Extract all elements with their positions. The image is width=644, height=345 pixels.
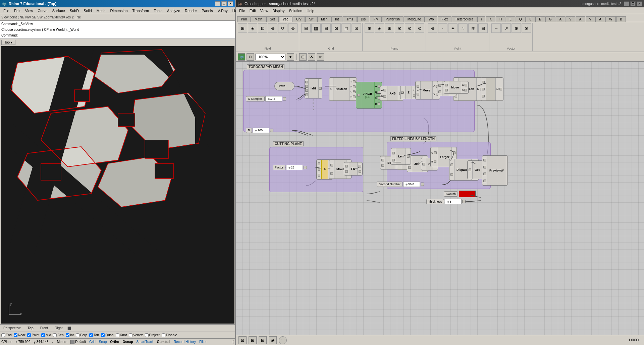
snap-disable-checkbox[interactable] <box>162 333 165 337</box>
gh-bottom-btn-3[interactable]: ⊟ <box>259 336 267 344</box>
dispatch-l-port[interactable] <box>450 163 453 166</box>
gh-canvas-btn-rhino[interactable]: 🦏 <box>238 53 245 61</box>
gh-menu-display[interactable]: Display <box>270 8 286 13</box>
snap-cen-checkbox[interactable] <box>53 333 57 337</box>
ribbon-field-btn-5[interactable]: ⟳ <box>278 23 287 33</box>
gh-tab-v1[interactable]: V <box>566 16 575 22</box>
larger-c-port[interactable] <box>434 151 437 154</box>
gh-node-move3[interactable]: Move G X <box>444 81 469 94</box>
previeww-t-port[interactable] <box>483 172 486 175</box>
gh-tab-a1[interactable]: A <box>556 16 566 22</box>
previeww-g-port[interactable] <box>483 159 486 161</box>
view-btn-right[interactable]: Right <box>53 326 64 330</box>
len-l-port[interactable] <box>392 159 395 161</box>
rhino-menu-edit[interactable]: Edit <box>12 8 22 13</box>
snap-vertex-checkbox[interactable] <box>129 333 132 337</box>
gh-node-b-value[interactable]: B ◆ 200 <box>246 128 273 133</box>
img-port-y[interactable] <box>305 93 308 96</box>
axb-b-port[interactable] <box>383 95 386 98</box>
previeww-s-port[interactable] <box>483 166 486 168</box>
gh-tab-0[interactable]: 0 <box>526 16 535 22</box>
gh-canvas-btn-zoom-dropdown[interactable]: ▾ <box>287 53 294 61</box>
xyz-y-port[interactable] <box>318 168 320 171</box>
gh-node-swatch[interactable]: Swatch <box>444 191 476 197</box>
ribbon-grid-btn-1[interactable]: ⊞ <box>301 23 311 33</box>
z-in-port[interactable] <box>401 91 404 94</box>
re-m-port[interactable] <box>499 88 502 90</box>
ribbon-grid-btn-2[interactable]: ▦ <box>311 23 321 33</box>
gh-close-button[interactable]: ✕ <box>637 1 642 6</box>
ribbon-plane-btn-4[interactable]: ⊗ <box>395 23 404 33</box>
rhino-menu-vray[interactable]: V-Ray <box>216 8 230 13</box>
gh-bottom-btn-4[interactable]: ◉ <box>269 336 277 344</box>
rhino-menu-dimension[interactable]: Dimension <box>108 8 130 13</box>
gh-tab-math[interactable]: Math <box>251 16 266 22</box>
gh-node-thickness[interactable]: Thickness ◆ 3 <box>426 199 466 204</box>
gh-tab-w[interactable]: W <box>605 16 616 22</box>
gh-menu-file[interactable]: File <box>237 8 247 13</box>
img-port-f[interactable] <box>305 81 308 83</box>
gh-node-demesh[interactable]: M DeMesh V F C N <box>329 77 357 101</box>
rhino-menu-curve[interactable]: Curve <box>36 8 49 13</box>
gh-tab-h[interactable]: H <box>496 16 505 22</box>
ribbon-grid-btn-4[interactable]: ⊠ <box>331 23 341 33</box>
rhino-menu-tools[interactable]: Tools <box>152 8 164 13</box>
gh-tab-msh[interactable]: Msh <box>317 16 331 22</box>
gh-tab-e[interactable]: E <box>535 16 545 22</box>
gh-bottom-btn-2[interactable]: ⊞ <box>249 336 257 344</box>
gh-node-path[interactable]: Path <box>274 82 294 90</box>
gh-canvas-btn-toggle[interactable]: ⊡ <box>247 53 254 61</box>
gh-tab-v2[interactable]: V <box>586 16 595 22</box>
gh-bottom-btn-1[interactable]: ⊡ <box>238 336 247 344</box>
gh-tab-a2[interactable]: A <box>576 16 585 22</box>
thickness-value[interactable]: ◆ 3 <box>445 199 462 204</box>
move1-g-port[interactable] <box>417 85 419 88</box>
xyz-z-port[interactable] <box>318 174 320 177</box>
factor-output-port[interactable] <box>304 166 307 169</box>
ribbon-point-btn-6[interactable]: ⊞ <box>478 23 488 33</box>
gh-tab-heteroptera[interactable]: Heteroptera <box>452 16 477 22</box>
demesh-c-port[interactable] <box>353 90 356 93</box>
status-grid[interactable]: Grid <box>89 340 96 344</box>
rhino-menu-file[interactable]: File <box>1 8 11 13</box>
view-btn-front[interactable]: Front <box>38 326 50 330</box>
gh-canvas[interactable]: TOPOGRAPHY MESH CUTTING PLANE FILTER LIN… <box>236 62 644 335</box>
gh-tab-int[interactable]: Int <box>331 16 342 22</box>
gh-tab-l[interactable]: L <box>506 16 515 22</box>
gh-tab-flex[interactable]: Flex <box>438 16 451 22</box>
larger-gt-port[interactable] <box>453 151 455 154</box>
rhino-viewport-label[interactable]: Top ▾ <box>1 40 15 45</box>
fn-z-port[interactable] <box>345 170 348 173</box>
fn-v-port[interactable] <box>359 165 361 167</box>
gh-canvas-btn-eye[interactable]: 👁 <box>308 53 315 61</box>
c2-in-port[interactable] <box>422 163 425 165</box>
gh-tab-srf[interactable]: Srf <box>305 16 317 22</box>
view-btn-perspective[interactable]: Perspective <box>1 326 23 330</box>
gh-zoom-select[interactable]: 100% 75% 50% 150% <box>255 54 285 60</box>
xyz-x-port[interactable] <box>318 162 320 165</box>
move3-t-port[interactable] <box>445 89 448 91</box>
gh-node-second-number[interactable]: Second Number ◆ 56.0 <box>377 182 424 187</box>
gh-tab-mosquito[interactable]: Mosquito <box>404 16 425 22</box>
re-c-port[interactable] <box>482 95 485 97</box>
rhino-minimize-button[interactable]: ─ <box>215 1 220 6</box>
gh-tab-trns[interactable]: Trns <box>343 16 357 22</box>
len-out-port[interactable] <box>407 155 410 158</box>
img-port-x[interactable] <box>305 89 308 92</box>
gh-node-move1[interactable]: Move G X <box>415 81 440 99</box>
status-snap[interactable]: Snap <box>99 340 107 344</box>
ribbon-plane-btn-5[interactable]: ⊘ <box>405 23 414 33</box>
ribbon-plane-btn-2[interactable]: ◈ <box>375 23 384 33</box>
gh-node-factor[interactable]: Factor ◆ 26 <box>273 165 307 170</box>
ribbon-point-btn-1[interactable]: ⊕ <box>428 23 437 33</box>
gh-node-right-extra[interactable]: M <box>481 77 503 101</box>
ribbon-vector-btn-1[interactable]: → <box>491 23 501 33</box>
b-value-box[interactable]: ◆ 200 <box>253 128 269 133</box>
gh-node-x-samples[interactable]: X Samples 512 ◆ <box>246 96 286 101</box>
snap-knot-checkbox[interactable] <box>116 333 119 337</box>
move3-x-out-port[interactable] <box>464 89 467 91</box>
re-v-port[interactable] <box>482 81 485 83</box>
gh-tab-dis[interactable]: Dis <box>357 16 369 22</box>
status-gumball[interactable]: Gumball <box>157 340 170 344</box>
demesh-v-port[interactable] <box>353 80 356 83</box>
